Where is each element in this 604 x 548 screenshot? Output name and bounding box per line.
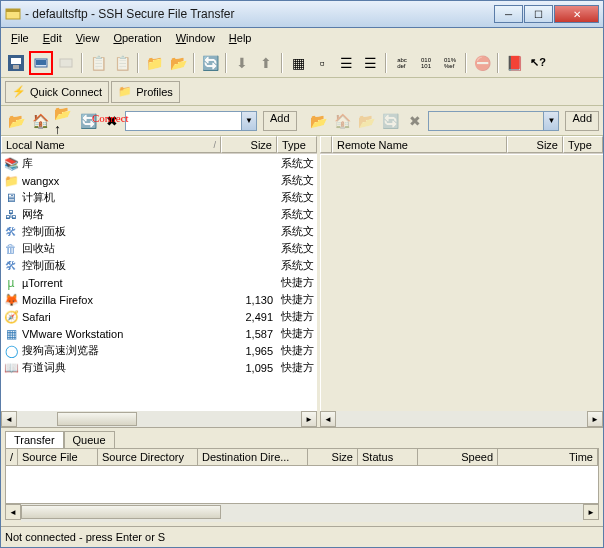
table-row[interactable]: µµTorrent快捷方 [2, 274, 317, 291]
folder-icon[interactable]: 📂 [167, 52, 189, 74]
col-remote-name[interactable]: Remote Name [332, 136, 507, 153]
local-path-combo[interactable]: ▼ [125, 111, 257, 131]
remote-new-folder-icon[interactable]: 📂 [308, 110, 330, 132]
local-delete-icon[interactable]: ✖ [101, 110, 123, 132]
dropdown-icon[interactable]: ▼ [241, 112, 256, 130]
col-local-name[interactable]: Local Name/ [1, 136, 221, 153]
remote-home-icon[interactable]: 🏠 [332, 110, 354, 132]
auto-icon[interactable]: 01%%ef [439, 52, 461, 74]
scroll-right-icon[interactable]: ► [583, 504, 599, 520]
local-home-icon[interactable]: 🏠 [29, 110, 51, 132]
col-type[interactable]: Type [563, 136, 603, 153]
download-icon[interactable]: ⬇ [231, 52, 253, 74]
file-icon: 🛠 [4, 225, 18, 239]
scroll-thumb[interactable] [57, 412, 137, 426]
new-folder-icon[interactable]: 📁 [143, 52, 165, 74]
file-type: 快捷方 [277, 343, 317, 358]
disconnect-icon[interactable] [55, 52, 77, 74]
file-name: 搜狗高速浏览器 [22, 343, 99, 358]
table-row[interactable]: 📁wangxx系统文 [2, 172, 317, 189]
remote-up-icon[interactable]: 📂 [356, 110, 378, 132]
table-row[interactable]: 📖有道词典1,095快捷方 [2, 359, 317, 376]
stop-icon[interactable]: ⛔ [471, 52, 493, 74]
table-row[interactable]: ◯搜狗高速浏览器1,965快捷方 [2, 342, 317, 359]
transfer-scrollbar[interactable]: ◄ ► [5, 504, 599, 522]
tcol-source-dir[interactable]: Source Directory [98, 449, 198, 465]
table-row[interactable]: 🛠控制面板系统文 [2, 223, 317, 240]
scroll-right-icon[interactable]: ► [587, 411, 603, 427]
table-row[interactable]: 🖥计算机系统文 [2, 189, 317, 206]
save-icon[interactable] [5, 52, 27, 74]
remote-column-header: Remote Name Size Type [320, 136, 603, 154]
profiles-button[interactable]: 📁 Profiles [111, 81, 180, 103]
local-scrollbar[interactable]: ◄ ► [1, 411, 317, 427]
dropdown-icon[interactable]: ▼ [543, 112, 558, 130]
remote-add-button[interactable]: Add [565, 111, 599, 131]
col-type[interactable]: Type [277, 136, 317, 153]
table-row[interactable]: 🦊Mozilla Firefox1,130快捷方 [2, 291, 317, 308]
local-file-list[interactable]: 📚库系统文📁wangxx系统文🖥计算机系统文🖧网络系统文🛠控制面板系统文🗑回收站… [1, 154, 317, 411]
table-row[interactable]: 🖧网络系统文 [2, 206, 317, 223]
scroll-left-icon[interactable]: ◄ [320, 411, 336, 427]
paste-icon[interactable]: 📋 [111, 52, 133, 74]
table-row[interactable]: 🗑回收站系统文 [2, 240, 317, 257]
menu-edit[interactable]: Edit [37, 30, 68, 46]
transfer-list[interactable] [5, 466, 599, 504]
table-row[interactable]: 📚库系统文 [2, 155, 317, 172]
scroll-right-icon[interactable]: ► [301, 411, 317, 427]
table-row[interactable]: ▦VMware Workstation1,587快捷方 [2, 325, 317, 342]
tcol-speed[interactable]: Speed [418, 449, 498, 465]
scroll-thumb[interactable] [21, 505, 221, 519]
quick-connect-button[interactable]: ⚡ Quick Connect [5, 81, 109, 103]
file-size: 1,965 [221, 345, 277, 357]
col-size[interactable]: Size [221, 136, 277, 153]
menu-file[interactable]: File [5, 30, 35, 46]
book-icon[interactable]: 📕 [503, 52, 525, 74]
copy-icon[interactable]: 📋 [87, 52, 109, 74]
upload-icon[interactable]: ⬆ [255, 52, 277, 74]
minimize-button[interactable]: ─ [494, 5, 523, 23]
view-list-icon[interactable]: ☰ [335, 52, 357, 74]
tab-queue[interactable]: Queue [64, 431, 115, 448]
binary-icon[interactable]: 010101 [415, 52, 437, 74]
remote-file-list[interactable] [320, 154, 603, 411]
tcol-time[interactable]: Time [498, 449, 598, 465]
menu-help[interactable]: Help [223, 30, 258, 46]
file-type: 系统文 [277, 207, 317, 222]
refresh-icon[interactable]: 🔄 [199, 52, 221, 74]
scroll-left-icon[interactable]: ◄ [1, 411, 17, 427]
remote-refresh-icon[interactable]: 🔄 [380, 110, 402, 132]
close-button[interactable]: ✕ [554, 5, 599, 23]
help-icon[interactable]: ↖? [527, 52, 549, 74]
remote-path-combo[interactable]: ▼ [428, 111, 560, 131]
tcol-size[interactable]: Size [308, 449, 358, 465]
menu-operation[interactable]: Operation [107, 30, 167, 46]
scroll-left-icon[interactable]: ◄ [5, 504, 21, 520]
remote-delete-icon[interactable]: ✖ [404, 110, 426, 132]
local-add-button[interactable]: Add [263, 111, 297, 131]
tab-transfer[interactable]: Transfer [5, 431, 64, 448]
ascii-icon[interactable]: abcdef [391, 52, 413, 74]
tcol-sort[interactable]: / [6, 449, 18, 465]
menu-view[interactable]: View [70, 30, 106, 46]
view-small-icon[interactable]: ▫ [311, 52, 333, 74]
file-name: VMware Workstation [22, 328, 123, 340]
table-row[interactable]: 🛠控制面板系统文 [2, 257, 317, 274]
local-refresh-icon[interactable]: 🔄 [77, 110, 99, 132]
menu-window[interactable]: Window [170, 30, 221, 46]
tcol-status[interactable]: Status [358, 449, 418, 465]
col-icon[interactable] [320, 136, 332, 153]
file-type: 快捷方 [277, 275, 317, 290]
view-large-icon[interactable]: ▦ [287, 52, 309, 74]
file-type: 快捷方 [277, 292, 317, 307]
tcol-dest[interactable]: Destination Dire... [198, 449, 308, 465]
remote-scrollbar[interactable]: ◄ ► [320, 411, 603, 427]
local-new-folder-icon[interactable]: 📂 [5, 110, 27, 132]
col-size[interactable]: Size [507, 136, 563, 153]
maximize-button[interactable]: ☐ [524, 5, 553, 23]
local-up-icon[interactable]: 📂↑ [53, 110, 75, 132]
table-row[interactable]: 🧭Safari2,491快捷方 [2, 308, 317, 325]
connect-icon[interactable] [29, 51, 53, 75]
tcol-source-file[interactable]: Source File [18, 449, 98, 465]
view-details-icon[interactable]: ☰ [359, 52, 381, 74]
